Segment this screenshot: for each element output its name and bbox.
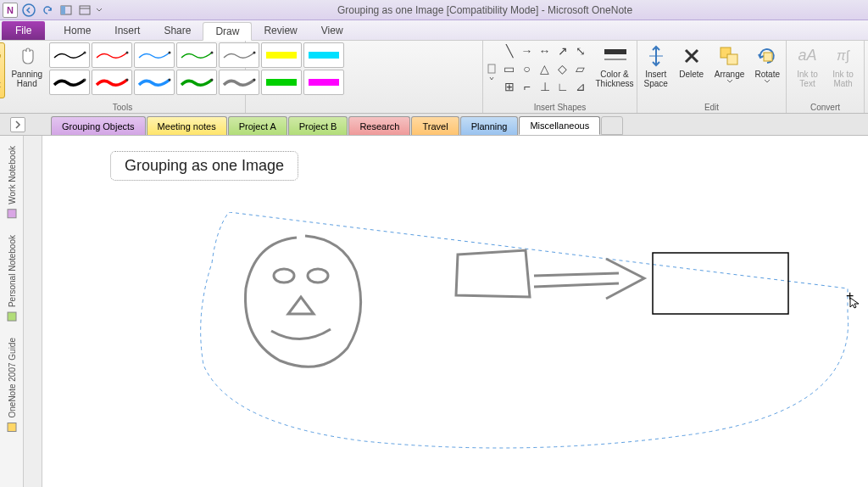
panning-hand-button[interactable]: Panning Hand: [8, 42, 46, 98]
delete-button[interactable]: Delete: [676, 42, 708, 98]
ink-content: [220, 229, 865, 433]
insert-space-icon: [644, 44, 668, 68]
section-tab[interactable]: Travel: [411, 116, 459, 135]
tab-share[interactable]: Share: [152, 21, 203, 40]
pen-swatch[interactable]: [92, 42, 132, 68]
svg-point-32: [308, 269, 328, 283]
section-tab[interactable]: Meeting notes: [147, 116, 227, 135]
section-tab[interactable]: Planning: [460, 116, 519, 135]
ink-math-icon: π∫: [832, 44, 855, 68]
title-bar: N Grouping as one Image [Compatibility M…: [0, 0, 868, 20]
window-title: Grouping as one Image [Compatibility Mod…: [103, 4, 866, 16]
main-area: Work Notebook Personal Notebook OneNote …: [0, 136, 868, 487]
rotate-icon: [755, 44, 779, 68]
group-label-tools: Tools: [0, 103, 245, 112]
lasso-icon: [0, 45, 1, 69]
chevron-down-icon: [764, 79, 771, 83]
section-tab[interactable]: Project A: [228, 116, 287, 135]
notebook-icon: [6, 311, 18, 322]
pen-swatch[interactable]: [134, 42, 175, 68]
svg-point-15: [125, 79, 128, 81]
quick-access-toolbar: N: [2, 2, 103, 19]
lasso-select-button[interactable]: Lasso Select: [0, 42, 5, 98]
dock-button[interactable]: [58, 2, 75, 19]
notebook-icon: [6, 421, 18, 433]
page-title[interactable]: Grouping as one Image: [110, 151, 298, 181]
svg-rect-28: [8, 210, 16, 218]
ribbon: A Select & Type Eraser Lasso Select Pann…: [0, 41, 868, 114]
svg-rect-33: [653, 253, 788, 314]
pen-swatch[interactable]: [134, 70, 175, 95]
svg-point-17: [210, 79, 213, 81]
svg-point-14: [83, 79, 86, 81]
tab-review[interactable]: Review: [252, 21, 309, 40]
pen-swatch[interactable]: [49, 70, 90, 95]
app-icon[interactable]: N: [2, 2, 19, 19]
color-thickness-button[interactable]: Color & Thickness: [593, 42, 637, 98]
svg-rect-2: [61, 6, 65, 14]
group-label-shapes: Insert Shapes: [483, 103, 637, 112]
ink-to-text-button: aA Ink to Text: [792, 42, 824, 98]
pen-swatch[interactable]: [92, 70, 132, 95]
svg-rect-29: [8, 312, 16, 321]
gutter: [24, 136, 42, 487]
svg-point-9: [168, 52, 170, 54]
svg-point-31: [274, 269, 294, 283]
svg-point-10: [210, 52, 213, 54]
undo-button[interactable]: [39, 2, 56, 19]
hand-icon: [15, 44, 39, 68]
pen-swatch[interactable]: [176, 42, 217, 68]
pen-swatch[interactable]: [49, 42, 90, 68]
section-tab[interactable]: Miscellaneous: [519, 116, 600, 135]
tab-draw[interactable]: Draw: [203, 22, 252, 41]
svg-point-16: [168, 79, 170, 81]
line-weight-icon: [603, 44, 626, 68]
svg-rect-30: [8, 423, 16, 431]
file-tab[interactable]: File: [2, 21, 45, 40]
svg-rect-3: [80, 6, 90, 14]
chevron-down-icon: [726, 79, 733, 83]
notebook-personal[interactable]: Personal Notebook: [4, 228, 19, 329]
ribbon-tabs: File Home Insert Share Draw Review View: [0, 20, 868, 41]
svg-rect-21: [488, 64, 495, 73]
page-canvas[interactable]: Grouping as one Image: [42, 136, 868, 487]
tab-view[interactable]: View: [309, 21, 355, 40]
chevron-right-icon: [14, 120, 21, 129]
new-section-button[interactable]: [601, 116, 623, 135]
qat-dropdown[interactable]: [95, 2, 103, 19]
pen-swatch[interactable]: [176, 70, 217, 95]
ink-to-math-button: π∫ Ink to Math: [827, 42, 860, 98]
svg-rect-27: [764, 53, 772, 61]
delete-icon: [680, 44, 704, 68]
notebook-icon: [6, 208, 18, 220]
rotate-button[interactable]: Rotate: [751, 42, 783, 98]
ink-text-icon: aA: [796, 44, 820, 68]
svg-point-0: [23, 4, 35, 16]
insert-space-button[interactable]: Insert Space: [640, 42, 672, 98]
section-tabs-row: Grouping ObjectsMeeting notesProject APr…: [0, 114, 868, 136]
arrange-button[interactable]: Arrange: [711, 42, 748, 98]
shapes-gallery[interactable]: ╲→↔↗⤡ ▭○△◇▱ ⊞⌐⊥∟⊿: [483, 42, 589, 95]
tab-insert[interactable]: Insert: [103, 21, 152, 40]
fullpage-button[interactable]: [76, 2, 93, 19]
back-button[interactable]: [20, 2, 37, 19]
arrange-icon: [718, 44, 742, 68]
svg-point-7: [83, 52, 86, 54]
notebook-guide[interactable]: OneNote 2007 Guide: [4, 331, 19, 440]
notebook-work[interactable]: Work Notebook: [4, 139, 19, 227]
group-label-edit: Edit: [637, 103, 786, 112]
svg-rect-26: [727, 54, 737, 64]
svg-rect-22: [604, 49, 626, 54]
group-label-convert: Convert: [787, 103, 864, 112]
section-tab[interactable]: Project B: [288, 116, 348, 135]
svg-point-8: [125, 52, 128, 54]
expand-nav-button[interactable]: [10, 117, 25, 132]
notebooks-sidebar: Work Notebook Personal Notebook OneNote …: [0, 136, 24, 487]
section-tab[interactable]: Grouping Objects: [51, 116, 146, 135]
section-tab[interactable]: Research: [348, 116, 410, 135]
tab-home[interactable]: Home: [52, 21, 103, 40]
